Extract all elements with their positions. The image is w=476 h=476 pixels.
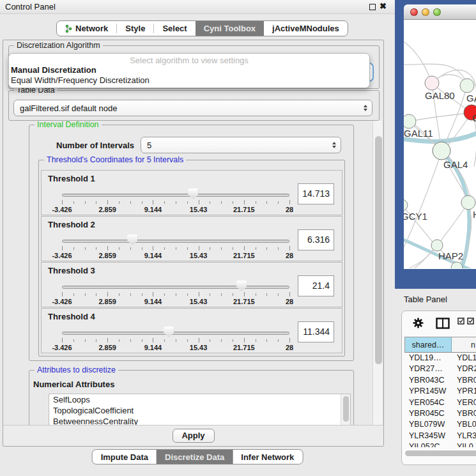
table-row[interactable]: YPR145WYPR1 — [404, 386, 476, 397]
table-row[interactable]: YIL052CYIL0 — [404, 441, 476, 447]
tick-labels: -3.4262.8599.14415.4321.71528 — [62, 344, 289, 351]
tick-mark — [221, 201, 222, 204]
tab-cyni-toolbox[interactable]: Cyni Toolbox — [196, 21, 264, 36]
gear-icon[interactable] — [413, 318, 424, 328]
tick-mark — [221, 339, 222, 342]
network-canvas[interactable]: GAL80 GA C GAL11 GAL4 GCY1 H HAP2 — [404, 20, 476, 268]
cell-name: YDR2 — [452, 364, 476, 374]
node-label: GCY1 — [404, 211, 427, 222]
slider-handle[interactable] — [164, 326, 174, 337]
slider-track[interactable] — [62, 332, 289, 335]
close-traffic-light[interactable] — [410, 8, 418, 16]
threshold-slider[interactable]: -3.4262.8599.14415.4321.71528 — [62, 236, 289, 260]
checkbox-icon[interactable] — [467, 318, 474, 325]
number-of-intervals-label: Number of Intervals — [56, 141, 134, 150]
tick-mark — [221, 293, 222, 296]
slider-ticks — [62, 246, 289, 251]
tab-label: jActiveMNodules — [272, 24, 339, 33]
scrollbar-thumb[interactable] — [375, 136, 382, 364]
list-item[interactable]: TopologicalCoefficient — [49, 405, 350, 416]
scrollbar-thumb[interactable] — [343, 396, 349, 422]
tick-mark — [142, 201, 142, 204]
table-data-combobox[interactable]: galFiltered.sif default node — [13, 100, 372, 116]
tick-mark — [266, 247, 267, 250]
minimize-traffic-light[interactable] — [422, 8, 429, 16]
tick-mark — [164, 247, 165, 250]
tick-mark — [187, 247, 188, 250]
slider-track[interactable] — [62, 286, 289, 289]
slider-handle[interactable] — [236, 280, 247, 291]
tick-mark — [119, 247, 119, 250]
cell-shared-name: YER054C — [404, 397, 452, 408]
tick-mark — [96, 339, 96, 342]
threshold-slider[interactable]: -3.4262.8599.14415.4321.71528 — [62, 282, 289, 306]
slider-ticks — [62, 338, 289, 343]
list-item[interactable]: SelfLoops — [49, 394, 350, 405]
node-gal80[interactable] — [425, 76, 439, 90]
algorithm-dropdown-popup: Select algorithm to view settings Manual… — [8, 53, 370, 88]
network-window-titlebar[interactable] — [404, 4, 476, 20]
threshold-slider[interactable]: -3.4262.8599.14415.4321.71528 — [62, 190, 289, 214]
threshold-value-field[interactable]: 11.344 — [298, 321, 334, 342]
float-window-icon[interactable] — [369, 4, 376, 10]
table-row[interactable]: YBL079WYBL0 — [404, 419, 476, 430]
tab-discretize-data[interactable]: Discretize Data — [157, 450, 233, 464]
table-row[interactable]: YDL19…YDL1 — [404, 353, 476, 364]
node-gal11[interactable] — [404, 114, 416, 128]
slider-handle[interactable] — [127, 234, 137, 245]
slider-track[interactable] — [62, 240, 289, 243]
node-label: GAL80 — [425, 90, 455, 101]
threshold-slider[interactable]: -3.4262.8599.14415.4321.71528 — [62, 328, 289, 352]
threshold-value-field[interactable]: 14.713 — [298, 183, 334, 204]
tick-mark — [289, 246, 290, 250]
slider-track[interactable] — [62, 194, 289, 197]
table-toolbar — [402, 311, 476, 335]
table-horizontal-scrollbar[interactable] — [404, 449, 476, 457]
tab-impute-data[interactable]: Impute Data — [93, 450, 157, 464]
table-row[interactable]: YLR345WYLR3 — [404, 431, 476, 441]
group-title: Threshold's Coordinates for 5 Intervals — [44, 155, 186, 164]
tick-mark — [142, 293, 142, 296]
checkbox-icon[interactable] — [457, 318, 464, 325]
zoom-traffic-light[interactable] — [433, 8, 441, 16]
threshold-value-field[interactable]: 21.4 — [298, 275, 334, 296]
dropdown-option-equal-width[interactable]: Equal Width/Frequency Discretization — [9, 75, 369, 86]
control-panel-titlebar: Control Panel ✖ — [0, 0, 395, 14]
apply-button[interactable]: Apply — [173, 429, 215, 443]
tab-label: Select — [162, 24, 187, 33]
columns-icon[interactable] — [436, 318, 450, 329]
tab-label: Infer Network — [241, 452, 294, 462]
column-header-shared-name[interactable]: shared… — [405, 337, 452, 352]
slider-handle[interactable] — [188, 188, 198, 199]
tab-network[interactable]: Network — [57, 21, 116, 36]
tab-style[interactable]: Style — [117, 21, 153, 36]
table-row[interactable]: YER054CYER0 — [404, 397, 476, 408]
node[interactable] — [461, 196, 475, 210]
number-of-intervals-combobox[interactable]: 5 — [141, 137, 341, 153]
tick-label: 28 — [286, 344, 293, 351]
tick-mark — [210, 201, 210, 204]
tick-label: 21.715 — [233, 252, 255, 259]
table-row[interactable]: YDR27…YDR2 — [404, 364, 476, 374]
tick-mark — [107, 292, 108, 296]
tick-label: 9.144 — [144, 344, 162, 351]
dropdown-option-manual[interactable]: Manual Discretization — [9, 65, 369, 75]
table-row[interactable]: YBR043CYBR0 — [404, 375, 476, 386]
column-header-name[interactable]: n — [452, 337, 476, 352]
tab-infer-network[interactable]: Infer Network — [233, 450, 302, 464]
node[interactable] — [460, 79, 474, 93]
tick-mark — [96, 247, 96, 250]
threshold-value-field[interactable]: 6.316 — [298, 229, 334, 250]
node-gal4[interactable] — [433, 142, 450, 160]
scrollbar-thumb[interactable] — [405, 450, 476, 456]
tab-jactivemnodules[interactable]: jActiveMNodules — [264, 21, 348, 36]
node-label: GAL4 — [443, 159, 468, 170]
table-row[interactable]: YBR045CYBR0 — [404, 408, 476, 419]
node-hap2[interactable] — [431, 240, 443, 251]
tab-select[interactable]: Select — [154, 21, 195, 36]
node-gcy1[interactable] — [404, 199, 408, 211]
tick-label: 28 — [286, 206, 293, 213]
settings-scrollbar[interactable] — [372, 121, 383, 430]
tick-mark — [233, 293, 233, 296]
close-icon[interactable]: ✖ — [380, 1, 387, 11]
